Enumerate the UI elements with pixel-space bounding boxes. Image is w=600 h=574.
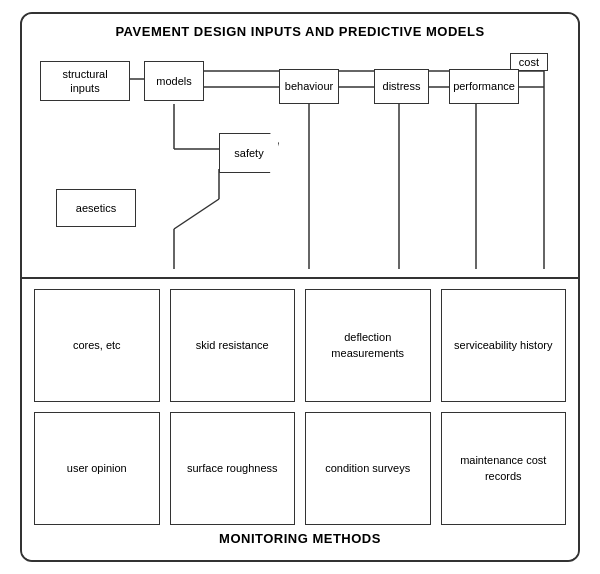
cores-box: cores, etc xyxy=(34,289,160,402)
bottom-section: cores, etc skid resistance deflection me… xyxy=(22,279,578,560)
svg-line-14 xyxy=(174,199,219,229)
deflection-measurements-box: deflection measurements xyxy=(305,289,431,402)
top-title: PAVEMENT DESIGN INPUTS AND PREDICTIVE MO… xyxy=(34,24,566,39)
aesetics-box: aesetics xyxy=(56,189,136,227)
condition-surveys-box: condition surveys xyxy=(305,412,431,525)
serviceability-history-box: serviceability history xyxy=(441,289,567,402)
maintenance-cost-records-box: maintenance cost records xyxy=(441,412,567,525)
outer-container: PAVEMENT DESIGN INPUTS AND PREDICTIVE MO… xyxy=(20,12,580,562)
performance-box: performance xyxy=(449,69,519,104)
user-opinion-box: user opinion xyxy=(34,412,160,525)
structural-inputs-box: structural inputs xyxy=(40,61,130,101)
surface-roughness-box: surface roughness xyxy=(170,412,296,525)
bottom-title: MONITORING METHODS xyxy=(34,531,566,550)
skid-resistance-box: skid resistance xyxy=(170,289,296,402)
safety-box: safety xyxy=(219,133,279,173)
behaviour-box: behaviour xyxy=(279,69,339,104)
distress-box: distress xyxy=(374,69,429,104)
diagram-area: cost structural inputs models behaviour … xyxy=(34,49,566,269)
top-section: PAVEMENT DESIGN INPUTS AND PREDICTIVE MO… xyxy=(22,14,578,279)
monitoring-grid: cores, etc skid resistance deflection me… xyxy=(34,289,566,531)
models-box: models xyxy=(144,61,204,101)
